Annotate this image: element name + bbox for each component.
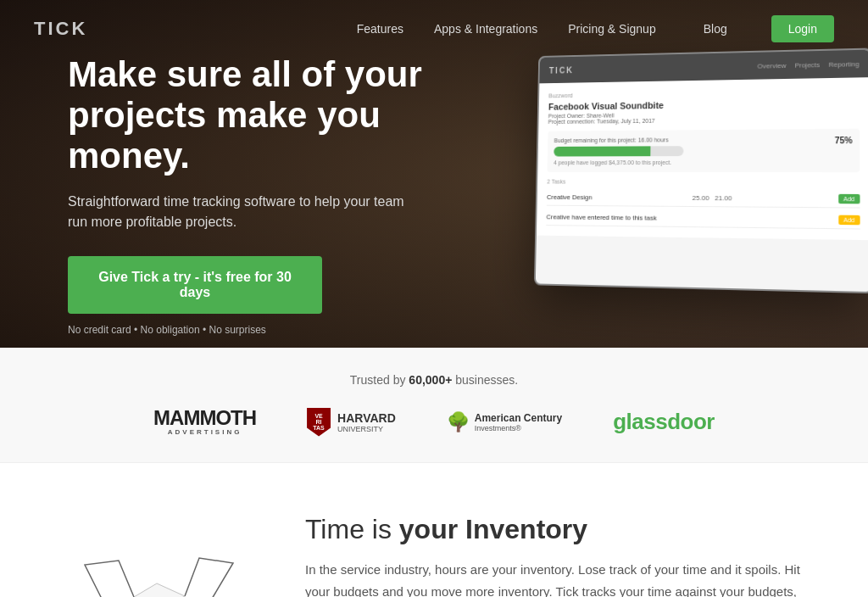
inventory-title: Time is your Inventory: [305, 514, 800, 545]
inventory-svg: [68, 514, 254, 597]
harvard-sub: UNIVERSITY: [337, 425, 396, 433]
aci-text: American Century Investments®: [475, 412, 562, 432]
aci-tree-icon: 🌳: [447, 411, 470, 433]
screenshot-project-meta: Project Owner: Share-Well Project connec…: [548, 109, 860, 125]
screenshot-breadcrumb: Buzzword: [548, 88, 860, 99]
harvard-name: HARVARD: [337, 411, 396, 425]
screenshot-task-0: Creative Design 25.00 21.00 Add: [547, 189, 860, 208]
screenshot-logged-note: 4 people have logged $4,375.00 to this p…: [554, 159, 683, 165]
nav-features[interactable]: Features: [357, 22, 403, 36]
hero-screenshot: TICK Overview Projects Reporting Buzzwor…: [529, 51, 868, 305]
nav-logo: TICK: [34, 18, 87, 40]
logo-glassdoor: glassdoor: [613, 409, 715, 435]
screenshot-budget-label: Budget remaining for this project: 16.00…: [554, 137, 669, 143]
nav-blog[interactable]: Blog: [704, 22, 727, 36]
screenshot-task-btn-0[interactable]: Add: [838, 194, 860, 204]
screenshot-nav-item-0: Overview: [758, 61, 787, 70]
aci-name: American Century: [475, 412, 562, 424]
screenshot-nav-item-2: Reporting: [829, 60, 860, 69]
screenshot-task-name-1: Creative have entered time to this task: [546, 213, 656, 221]
trusted-text-before: Trusted by: [350, 373, 409, 387]
inventory-illustration: [68, 514, 254, 597]
aci-sub: Investments®: [475, 424, 562, 432]
screenshot-project-date: Project connection: Tuesday, July 11, 20…: [548, 118, 655, 125]
trusted-section: Trusted by 60,000+ businesses. MAMMOTH A…: [0, 348, 868, 463]
hero-cta-button[interactable]: Give Tick a try - it's free for 30 days: [68, 256, 322, 314]
navbar: TICK Features Apps & Integrations Pricin…: [0, 0, 868, 58]
nav-links: Features Apps & Integrations Pricing & S…: [357, 15, 834, 42]
nav-apps[interactable]: Apps & Integrations: [434, 22, 537, 36]
login-button[interactable]: Login: [771, 15, 834, 42]
harvard-text: HARVARD UNIVERSITY: [337, 411, 396, 433]
trusted-text: Trusted by 60,000+ businesses.: [34, 373, 834, 387]
screenshot-budget-left: Budget remaining for this project: 16.00…: [554, 137, 683, 165]
inventory-title-before: Time is: [305, 514, 399, 544]
trusted-logos: MAMMOTH ADVERTISING VERITAS HARVARD UNIV…: [34, 407, 834, 437]
screenshot-tasks-label: 2 Tasks: [547, 179, 860, 186]
hero-title: Make sure all of your projects make you …: [68, 54, 424, 177]
screenshot-budget-hours: 75%: [835, 136, 853, 145]
logo-mammoth: MAMMOTH ADVERTISING: [153, 407, 256, 437]
harvard-shield: VERITAS: [307, 408, 331, 437]
hero-no-credit: No credit card • No obligation • No surp…: [68, 324, 424, 336]
logo-aci: 🌳 American Century Investments®: [447, 411, 562, 433]
screenshot-tasks: 2 Tasks Creative Design 25.00 21.00 Add …: [546, 179, 860, 230]
screenshot-progress-fill: [554, 146, 650, 156]
trusted-count: 60,000+: [409, 373, 452, 387]
inventory-section: Time is your Inventory In the service in…: [0, 463, 868, 597]
inventory-content: Time is your Inventory In the service in…: [305, 514, 800, 597]
inventory-title-bold: your Inventory: [399, 514, 587, 544]
logo-harvard: VERITAS HARVARD UNIVERSITY: [307, 408, 396, 437]
screenshot-task-name-0: Creative Design: [547, 193, 593, 201]
harvard-shield-text: VERITAS: [313, 413, 324, 431]
hero-subtitle: Straightforward time tracking software t…: [68, 192, 424, 232]
screenshot-task-hours-0: 25.00 21.00: [693, 194, 732, 202]
screenshot-nav-logo: TICK: [549, 65, 574, 75]
screenshot-nav-item-1: Projects: [795, 61, 821, 70]
screenshot-budget-title: Budget remaining for this project: 16.00…: [554, 137, 684, 143]
screenshot-task-btn-1[interactable]: Add: [838, 215, 860, 226]
screenshot-budget-section: Budget remaining for this project: 16.00…: [548, 129, 860, 172]
screenshot-nav-items: Overview Projects Reporting: [758, 60, 860, 70]
screenshot-laptop: TICK Overview Projects Reporting Buzzwor…: [534, 48, 868, 294]
screenshot-budget-right: 75%: [835, 136, 853, 165]
screenshot-task-1: Creative have entered time to this task …: [546, 209, 860, 230]
mammoth-name: MAMMOTH ADVERTISING: [153, 407, 256, 437]
trusted-text-after: businesses.: [452, 373, 518, 387]
mammoth-sub: ADVERTISING: [153, 429, 256, 437]
nav-pricing[interactable]: Pricing & Signup: [568, 22, 656, 36]
screenshot-body: Buzzword Facebook Visual Soundbite Proje…: [537, 77, 868, 240]
inventory-body: In the service industry, hours are your …: [305, 559, 800, 597]
screenshot-progress-bar: [554, 146, 683, 156]
